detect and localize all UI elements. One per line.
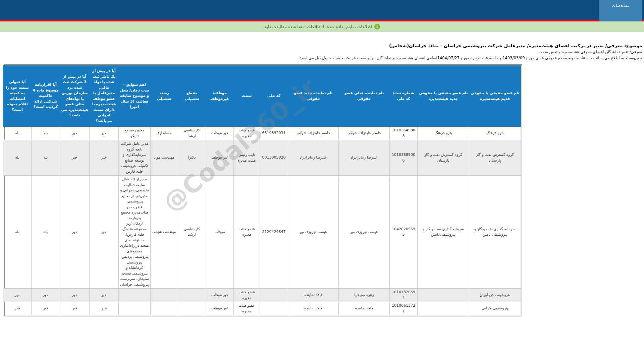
table-cell: فاقد نماینده <box>288 289 339 302</box>
table-cell: قاسم عابدزاده شوکی <box>339 127 390 140</box>
table-cell: مهندسی مواد <box>151 140 178 176</box>
table-cell: پتروشیمی فن آوران <box>469 289 521 302</box>
col-experience: اهم سوابق - مدت زمان/ محل و موضوع سابقه … <box>119 66 151 127</box>
table-cell: علیرضا زیبانژادراد <box>339 140 390 176</box>
table-cell: خیر <box>60 127 90 140</box>
table-cell: بله <box>32 176 60 289</box>
table-cell: خیر <box>90 302 119 315</box>
table-cell <box>418 289 469 302</box>
col-duty-status: موظف/ غیرموظف <box>206 66 234 127</box>
table-cell: بله <box>3 127 32 140</box>
col-education-level: مقطع تحصیلی <box>178 66 206 127</box>
table-cell: موظف <box>206 176 234 289</box>
table-cell: علیرضا زیبانژادراد <box>288 140 339 176</box>
table-cell: عیسی نوروزی پور <box>288 176 339 289</box>
table-cell: زهره مجیدنیا <box>339 289 390 302</box>
top-bar: مشخصات <box>0 0 644 20</box>
table-cell: غیر موظف <box>206 289 234 302</box>
table-cell: خیر <box>90 127 119 140</box>
col-q-article4-declaration: آیا اقرارنامه موضوع ماده 4 حاکمیت شرکتی … <box>32 66 60 127</box>
col-new-representative: نام نماینده جدید عضو حقوقی <box>288 66 339 127</box>
report-subject: موضوع: معرفی/ تغییر در ترکیب اعضای هیئت‌… <box>0 43 642 48</box>
col-registration-national-id: شماره ثبت/ کد ملی <box>390 66 418 127</box>
table-cell: خیر <box>90 289 119 302</box>
table-cell: بیش از 28 سال سابقه فعالیت تخصصی، اجرایی… <box>119 176 151 289</box>
table-cell: غیر موظف <box>206 127 234 140</box>
report-heading: موضوع: معرفی/ تغییر در ترکیب اعضای هیئت‌… <box>0 43 642 60</box>
table-cell: 2120429847 <box>260 176 288 289</box>
table-cell: 0013005820 <box>260 140 288 176</box>
table-body: پترو فرهنگپترو فرهنگ10103645888قاسم عابد… <box>3 127 521 315</box>
col-q-multiple-financial-institutions: آیا در بیش از یک ناشر ثبت شده یا نهاد ما… <box>90 66 119 127</box>
table-cell: قاسم عابدزاده شوکی <box>288 127 339 140</box>
col-old-legal-member: نام عضو حقیقی یا حقوقی قدیم هیئت‌مدیره <box>469 66 521 127</box>
table-cell: بله <box>32 127 60 140</box>
table-cell: 10103389006 <box>390 140 418 176</box>
table-cell: 10100613721 <box>390 302 418 315</box>
table-cell: سرمایه گذاری نفت و گاز و پتروشیمی تامین <box>469 176 521 289</box>
table-cell <box>178 289 206 302</box>
red-divider <box>0 20 644 21</box>
col-previous-representative: نام نماینده قبلی عضو حقوقی <box>339 66 390 127</box>
table-cell: غیر موظف <box>206 140 234 176</box>
table-cell: نایب رئیس هیئت مدیره <box>234 140 260 176</box>
col-new-legal-member: نام عضو حقیقی یا حقوقی جدید هیئت‌مدیره <box>418 66 469 127</box>
table-cell: بله <box>3 176 32 289</box>
table-cell: بله <box>3 140 32 176</box>
table-cell: خیر <box>32 302 60 315</box>
table-cell <box>119 302 151 315</box>
table-cell: پترو فرهنگ <box>469 127 521 140</box>
table-cell: عضو هیئت مدیره <box>234 289 260 302</box>
board-table-container: نام عضو حقیقی یا حقوقی قدیم هیئت‌مدیره ن… <box>4 64 522 316</box>
col-q-more-than-3-companies: آیا در بیش از 3 شرکت ثبت شده نزد سازمان … <box>60 66 90 127</box>
table-cell: کارشناسی ارشد <box>178 176 206 289</box>
table-cell: خیر <box>60 176 90 289</box>
col-q-appointment-committee: آیا قبولی سمت خود را به کمیته انتصابات ا… <box>3 66 32 127</box>
table-row: گروه گسترش نفت و گاز پارسیانگروه گسترش ن… <box>3 140 521 176</box>
table-cell: خیر <box>3 302 32 315</box>
table-cell <box>151 289 178 302</box>
table-cell <box>119 289 151 302</box>
table-cell: پتروشیمی فارابی <box>469 302 521 315</box>
col-national-code: کد ملی <box>260 66 288 127</box>
table-cell: بله <box>32 140 60 176</box>
table-cell: فاقد نماینده <box>339 302 390 315</box>
table-cell: 10101826594 <box>390 289 418 302</box>
table-cell: خیر <box>90 140 119 176</box>
table-row: پترو فرهنگپترو فرهنگ10103645888قاسم عابد… <box>3 127 521 140</box>
table-cell: سرمایه گذاری نفت و گاز و پتروشیمی تامین <box>418 176 469 289</box>
table-cell <box>260 302 288 315</box>
table-cell: کارشناسی ارشد <box>178 127 206 140</box>
board-members-table: نام عضو حقیقی یا حقوقی قدیم هیئت‌مدیره ن… <box>3 65 521 315</box>
table-cell: خیر <box>32 289 60 302</box>
banner-message: اطلاعات نمایش داده شده با اطلاعات امضا ش… <box>264 24 372 29</box>
col-position: سمت <box>234 66 260 127</box>
table-cell <box>260 289 288 302</box>
table-cell: خیر <box>60 140 90 176</box>
table-cell: خیر <box>60 289 90 302</box>
table-cell: مهندسی شیمی <box>151 176 178 289</box>
table-cell: خیر <box>3 289 32 302</box>
table-cell: 10103645888 <box>390 127 418 140</box>
table-header-row: نام عضو حقیقی یا حقوقی قدیم هیئت‌مدیره ن… <box>3 66 521 127</box>
table-cell: فاقد نماینده <box>288 302 339 315</box>
table-cell <box>178 302 206 315</box>
table-cell: گروه گسترش نفت و گاز پارسیان <box>469 140 521 176</box>
table-cell: غیر موظف <box>206 302 234 315</box>
table-cell: معاون مجامع تاپیکو <box>119 127 151 140</box>
table-cell: عیسی نوروزی پور <box>339 176 390 289</box>
table-cell: 10420205695 <box>390 176 418 289</box>
report-description: بدین‌وسیله به اطلاع می‌رساند به استناد م… <box>0 56 642 60</box>
signature-verified-banner: i اطلاعات نمایش داده شده با اطلاعات امضا… <box>0 21 644 32</box>
table-row: پتروشیمی فن آوران10101826594زهره مجیدنیا… <box>3 289 521 302</box>
report-subtitle: معرفی/ تغییر نمایندگان اعضای حقوقی هیئت‌… <box>0 50 642 54</box>
table-cell: دکترا <box>178 140 206 176</box>
table-cell: حسابداری <box>151 127 178 140</box>
info-icon: i <box>374 24 380 29</box>
tab-specifications-label: مشخصات <box>612 3 629 8</box>
tab-specifications[interactable]: مشخصات <box>599 0 642 21</box>
table-cell: خیر <box>90 176 119 289</box>
table-cell <box>151 302 178 315</box>
table-cell <box>418 302 469 315</box>
col-education-field: رشته تحصیلی <box>151 66 178 127</box>
